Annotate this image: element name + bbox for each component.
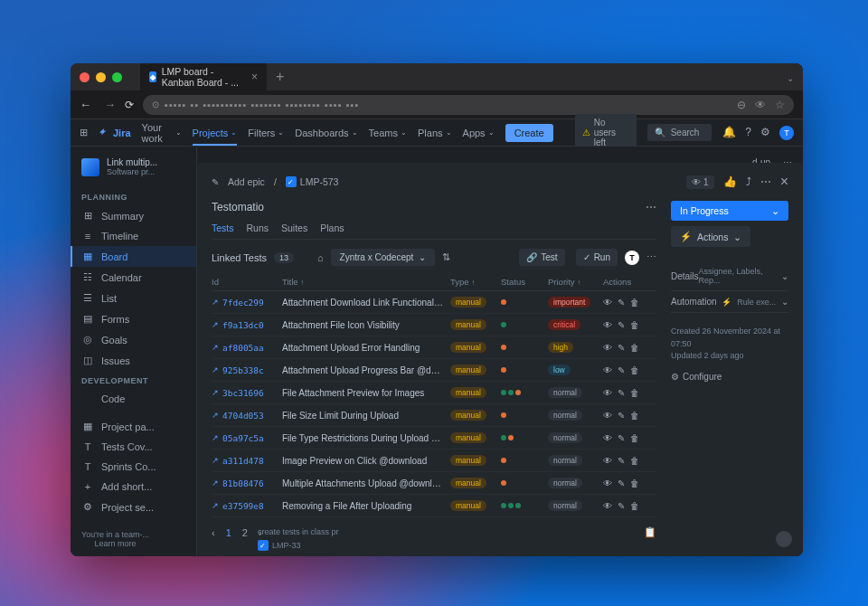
- test-title[interactable]: File Type Restrictions During Upload @do…: [282, 433, 445, 443]
- edit-icon[interactable]: ✎: [618, 343, 625, 353]
- view-icon[interactable]: 👁: [603, 411, 612, 421]
- test-button[interactable]: 🔗Test: [519, 249, 564, 266]
- nav-your-work[interactable]: Your work⌄: [142, 122, 182, 144]
- edit-icon[interactable]: ✎: [618, 501, 625, 511]
- edit-icon[interactable]: ✎: [618, 433, 625, 443]
- home-icon[interactable]: ⌂: [317, 252, 324, 263]
- test-id-link[interactable]: ↗a311d478: [212, 456, 277, 466]
- nav-plans[interactable]: Plans⌄: [418, 128, 452, 138]
- sidebar-item-board[interactable]: ▦Board: [71, 246, 196, 267]
- th-priority[interactable]: Priority ↑: [548, 277, 598, 287]
- like-icon[interactable]: 👍: [723, 175, 737, 188]
- view-icon[interactable]: 👁: [603, 501, 612, 511]
- jira-logo[interactable]: Jira: [99, 128, 131, 138]
- delete-icon[interactable]: 🗑: [630, 478, 639, 488]
- nav-apps[interactable]: Apps⌄: [463, 128, 495, 138]
- sidebar-shortcut[interactable]: TTests Cov...: [71, 437, 196, 457]
- site-info-icon[interactable]: ⊙: [152, 99, 159, 109]
- edit-icon[interactable]: ✎: [618, 478, 625, 488]
- watch-button[interactable]: 👁1: [686, 175, 714, 189]
- view-icon[interactable]: 👁: [603, 433, 612, 443]
- automation-toggle[interactable]: Automation ⚡ Rule exe... ⌄: [671, 291, 788, 313]
- add-epic-link[interactable]: Add epic: [228, 176, 265, 187]
- delete-icon[interactable]: 🗑: [630, 320, 639, 330]
- forward-button[interactable]: →: [104, 98, 116, 111]
- sidebar-shortcut[interactable]: ⚙Project se...: [71, 497, 196, 517]
- configure-link[interactable]: ⚙Configure: [671, 372, 788, 382]
- eye-icon[interactable]: 👁: [755, 99, 766, 111]
- minimize-window-button[interactable]: [96, 72, 106, 82]
- test-title[interactable]: Multiple Attachments Upload @download: [282, 478, 445, 488]
- th-status[interactable]: Status: [501, 277, 542, 287]
- test-id-link[interactable]: ↗4704d053: [212, 411, 277, 421]
- tab-runs[interactable]: Runs: [247, 223, 269, 233]
- edit-icon[interactable]: ✎: [618, 388, 625, 398]
- sidebar-item-summary[interactable]: ⊞Summary: [71, 205, 196, 226]
- tab-plans[interactable]: Plans: [320, 223, 344, 233]
- test-title[interactable]: Attachment Download Link Functionality e…: [282, 298, 445, 308]
- tab-tests[interactable]: Tests: [212, 223, 234, 233]
- notifications-icon[interactable]: 🔔: [722, 126, 736, 140]
- new-tab-button[interactable]: +: [272, 69, 288, 85]
- edit-icon[interactable]: ✎: [618, 320, 625, 330]
- view-icon[interactable]: 👁: [603, 298, 612, 308]
- th-type[interactable]: Type ↑: [450, 277, 495, 287]
- test-title[interactable]: Attachment Upload Progress Bar @download: [282, 365, 445, 375]
- more-icon[interactable]: ⋯: [646, 201, 656, 213]
- test-id-link[interactable]: ↗f9a13dc0: [212, 320, 277, 330]
- star-icon[interactable]: ☆: [775, 99, 785, 111]
- test-title[interactable]: File Attachment Preview for Images: [282, 388, 445, 398]
- chevron-down-icon[interactable]: ⌄: [787, 73, 794, 83]
- delete-icon[interactable]: 🗑: [630, 388, 639, 398]
- no-users-badge[interactable]: ⚠No users left: [575, 114, 637, 151]
- sidebar-item-issues[interactable]: ◫Issues: [71, 350, 196, 371]
- edit-icon[interactable]: ✎: [618, 365, 625, 375]
- zoom-icon[interactable]: ⊖: [737, 99, 746, 111]
- help-icon[interactable]: ?: [745, 126, 751, 140]
- issue-key-link[interactable]: ✓ LMP-573: [286, 176, 339, 187]
- delete-icon[interactable]: 🗑: [630, 433, 639, 443]
- sidebar-shortcut[interactable]: +Add short...: [71, 477, 196, 497]
- test-title[interactable]: Attachment File Icon Visibility: [282, 320, 445, 330]
- close-modal-icon[interactable]: ×: [780, 174, 788, 190]
- sidebar-item-timeline[interactable]: ≡Timeline: [71, 226, 196, 246]
- url-bar[interactable]: ⊙ ▪▪▪▪▪ ▪▪ ▪▪▪▪▪▪▪▪▪▪ ▪▪▪▪▪▪▪ ▪▪▪▪▪▪▪▪ ▪…: [143, 95, 794, 115]
- sidebar-item-calendar[interactable]: ☷Calendar: [71, 267, 196, 288]
- test-title[interactable]: Removing a File After Uploading: [282, 501, 445, 511]
- delete-icon[interactable]: 🗑: [630, 365, 639, 375]
- nav-filters[interactable]: Filters⌄: [248, 128, 284, 138]
- delete-icon[interactable]: 🗑: [630, 411, 639, 421]
- details-toggle[interactable]: Details Assignee, Labels, Rep... ⌄: [671, 261, 788, 291]
- nav-projects[interactable]: Projects⌄: [193, 128, 238, 146]
- reload-button[interactable]: ⟳: [125, 99, 134, 111]
- project-select[interactable]: Zyntra x Codecept⌄: [331, 249, 436, 266]
- testomatio-avatar[interactable]: T: [625, 251, 639, 265]
- sidebar-item-code[interactable]: Code: [71, 389, 196, 409]
- sidebar-item-list[interactable]: ☰List: [71, 288, 196, 308]
- delete-icon[interactable]: 🗑: [630, 343, 639, 353]
- back-button[interactable]: ←: [80, 98, 91, 111]
- edit-icon[interactable]: ✎: [618, 298, 625, 308]
- sort-icon[interactable]: ⇅: [442, 251, 450, 263]
- delete-icon[interactable]: 🗑: [630, 456, 639, 466]
- view-icon[interactable]: 👁: [603, 388, 612, 398]
- view-icon[interactable]: 👁: [603, 320, 612, 330]
- delete-icon[interactable]: 🗑: [630, 298, 639, 308]
- sidebar-item-goals[interactable]: ◎Goals: [71, 329, 196, 350]
- test-id-link[interactable]: ↗af8005aa: [212, 343, 277, 353]
- nav-dashboards[interactable]: Dashboards⌄: [295, 128, 357, 138]
- edit-icon[interactable]: ✎: [618, 456, 625, 466]
- settings-icon[interactable]: ⚙: [760, 126, 770, 140]
- project-header[interactable]: Link multip... Software pr...: [71, 157, 196, 187]
- view-icon[interactable]: 👁: [603, 478, 612, 488]
- more-icon[interactable]: ⋯: [760, 175, 771, 188]
- run-button[interactable]: ✓Run: [576, 249, 618, 266]
- status-dropdown[interactable]: In Progress⌄: [671, 201, 788, 221]
- user-avatar[interactable]: T: [779, 126, 794, 140]
- maximize-window-button[interactable]: [112, 72, 122, 82]
- edit-icon[interactable]: ✎: [618, 411, 625, 421]
- close-tab-icon[interactable]: ×: [251, 71, 258, 83]
- test-id-link[interactable]: ↗05a97c5a: [212, 433, 277, 443]
- browser-tab[interactable]: ◆ LMP board - Kanban Board - ... ×: [140, 63, 267, 92]
- view-icon[interactable]: 👁: [603, 456, 612, 466]
